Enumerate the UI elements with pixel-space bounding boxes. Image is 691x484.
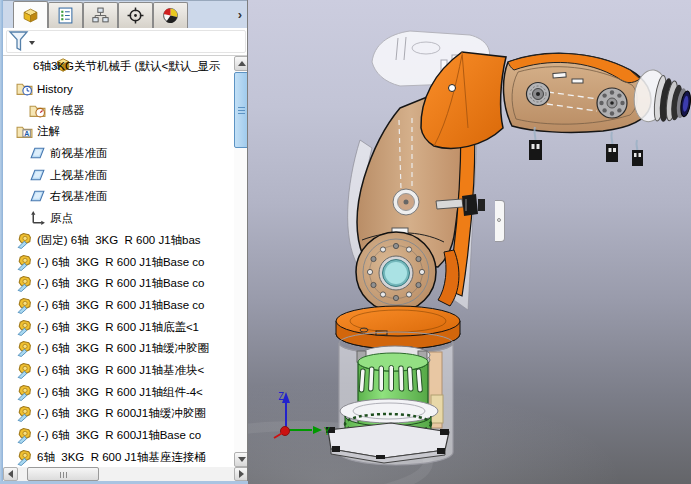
- svg-text:Y: Y: [324, 426, 330, 437]
- tree-item-component[interactable]: (-) 6轴 3KG R 600J1轴缓冲胶圈: [3, 403, 234, 425]
- svg-text:A: A: [24, 130, 29, 137]
- svg-text:Z: Z: [278, 391, 284, 402]
- expand-arrow-icon[interactable]: [3, 84, 16, 94]
- tree-item-component[interactable]: (-) 6轴 3KG R 600 J1轴Base co: [3, 295, 234, 317]
- filter-input[interactable]: [6, 30, 246, 53]
- part-icon: [16, 232, 34, 249]
- tree-item-front-plane[interactable]: 前视基准面: [3, 143, 234, 165]
- part-icon: [16, 405, 34, 422]
- tab-dimxpert-manager[interactable]: [118, 2, 153, 28]
- tree-item-top-plane[interactable]: 上视基准面: [3, 164, 234, 186]
- filter-bar[interactable]: [3, 28, 248, 56]
- property-manager-icon: [57, 7, 74, 24]
- part-icon: [16, 362, 34, 379]
- panel-divider: [247, 0, 248, 484]
- feature-manager-icon: [22, 7, 39, 24]
- expand-arrow-icon[interactable]: [3, 279, 16, 289]
- horizontal-scroll-thumb[interactable]: [27, 467, 99, 481]
- annotations-folder-icon: A: [16, 123, 34, 140]
- part-icon: [16, 319, 34, 336]
- expand-arrow-icon[interactable]: [3, 409, 16, 419]
- tree-item-annotations[interactable]: A 注解: [3, 121, 234, 143]
- part-icon: [16, 254, 34, 271]
- history-folder-icon: [16, 80, 34, 97]
- part-icon: [16, 275, 34, 292]
- part-icon: [16, 297, 34, 314]
- tree-item-component[interactable]: (-) 6轴 3KG R 600J1轴Base co: [3, 425, 234, 447]
- feature-manager-panel: › 6轴3KG关节机械手 (默认<默认_显示: [3, 0, 248, 484]
- tree-item-component[interactable]: (固定) 6轴 3KG R 600 J1轴bas: [3, 230, 234, 252]
- app-window: › 6轴3KG关节机械手 (默认<默认_显示: [0, 0, 691, 484]
- expand-arrow-icon[interactable]: [3, 365, 16, 375]
- cable-connectors: [529, 127, 643, 166]
- robot-j2-joint-disc[interactable]: [356, 232, 436, 312]
- tree-item-component[interactable]: (-) 6轴 3KG R 600 J1轴基准块<: [3, 360, 234, 382]
- tree-item-component[interactable]: (-) 6轴 3KG R 600 J1轴底盖<1: [3, 316, 234, 338]
- robot-base[interactable]: [326, 306, 460, 465]
- tree-item-component[interactable]: (-) 6轴 3KG R 600 J1轴组件-4<: [3, 381, 234, 403]
- panel-splitter-handle[interactable]: [495, 200, 505, 242]
- configuration-manager-icon: [92, 7, 109, 24]
- plane-icon: [29, 145, 47, 162]
- tree-root-label: 6轴3KG关节机械手 (默认<默认_显示: [29, 59, 221, 74]
- expand-arrow-icon[interactable]: [3, 235, 16, 245]
- tree-horizontal-scrollbar[interactable]: [3, 467, 249, 481]
- tree-item-component[interactable]: (-) 6轴 3KG R 600 J1轴Base co: [3, 251, 234, 273]
- robot-model-canvas[interactable]: Z Y: [248, 0, 691, 484]
- panel-tab-bar: ›: [3, 0, 248, 28]
- feature-tree: 6轴3KG关节机械手 (默认<默认_显示 History: [3, 56, 234, 467]
- tab-display-manager[interactable]: [153, 2, 188, 28]
- tab-overflow-chevron[interactable]: ›: [238, 7, 242, 22]
- graphics-viewport[interactable]: Z Y: [248, 0, 691, 484]
- tree-item-component[interactable]: (-) 6轴 3KG R 600 J1轴Base co: [3, 273, 234, 295]
- tree-item-component[interactable]: (-) 6轴 3KG R 600 J1轴缓冲胶圈: [3, 338, 234, 360]
- tree-item-origin[interactable]: 原点: [3, 208, 234, 230]
- tree-root-assembly[interactable]: 6轴3KG关节机械手 (默认<默认_显示: [3, 56, 234, 78]
- expand-arrow-icon[interactable]: [3, 387, 16, 397]
- plane-icon: [29, 167, 47, 184]
- plane-icon: [29, 188, 47, 205]
- part-icon: [16, 449, 34, 466]
- splitter-dot: [497, 218, 501, 222]
- part-icon: [16, 340, 34, 357]
- tree-item-sensors[interactable]: 传感器: [3, 99, 234, 121]
- tab-property-manager[interactable]: [48, 2, 83, 28]
- robot-upper-arm[interactable]: [503, 53, 651, 132]
- display-manager-icon: [162, 7, 179, 24]
- expand-arrow-icon[interactable]: [3, 452, 16, 462]
- tab-configuration-manager[interactable]: [83, 2, 118, 28]
- dimxpert-manager-icon: [127, 7, 144, 24]
- tree-item-component[interactable]: 6轴 3KG R 600 J1轴基座连接桶: [3, 446, 234, 467]
- origin-icon: [29, 210, 47, 227]
- window-border-left: [0, 0, 3, 484]
- scroll-left-button[interactable]: [3, 467, 18, 481]
- expand-arrow-icon[interactable]: [3, 127, 16, 137]
- expand-arrow-icon[interactable]: [3, 431, 16, 441]
- expand-arrow-icon[interactable]: [3, 300, 16, 310]
- part-icon: [16, 384, 34, 401]
- tree-item-right-plane[interactable]: 右视基准面: [3, 186, 234, 208]
- tab-feature-manager[interactable]: [13, 1, 48, 28]
- sensors-folder-icon: [29, 102, 47, 119]
- expand-arrow-icon[interactable]: [3, 257, 16, 267]
- expand-arrow-icon[interactable]: [3, 322, 16, 332]
- expand-arrow-icon[interactable]: [3, 344, 16, 354]
- part-icon: [16, 427, 34, 444]
